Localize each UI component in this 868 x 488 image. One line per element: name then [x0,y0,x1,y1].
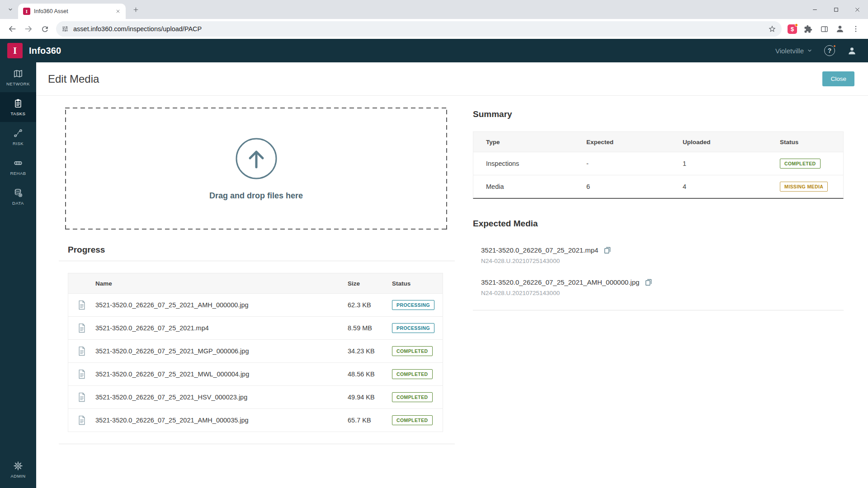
forward-button[interactable] [21,21,36,37]
refresh-button[interactable] [37,21,52,37]
file-icon [78,392,86,402]
browser-tab[interactable]: I Info360 Asset [18,4,126,19]
forward-arrow-icon [24,24,33,33]
file-size: 49.94 KB [348,394,392,401]
copy-button[interactable] [603,246,612,254]
help-button[interactable]: ? [824,45,835,56]
expected-media-item: 3521-3520.0_26226_07_25_2021.mp4 N24-028… [473,246,844,264]
dollar-glyph: $ [791,26,794,33]
main-content: Edit Media Close Drag and drop files her… [36,62,868,488]
file-icon [78,346,86,356]
file-icon [78,415,86,425]
window-minimize-button[interactable] [804,0,826,19]
page-header: Edit Media Close [36,62,868,96]
table-row: 3521-3520.0_26226_07_25_2021_AMH_000000.… [68,293,443,316]
file-name: 3521-3520.0_26226_07_25_2021_MGP_000006.… [95,347,348,355]
file-dropzone[interactable]: Drag and drop files here [65,108,447,230]
app-header: I Info360 Violetville ? [0,39,868,62]
dollar-extension-icon[interactable]: $ [788,24,797,34]
summary-uploaded: 1 [683,160,780,167]
file-name: 3521-3520.0_26226_07_25_2021_AMH_000000.… [95,301,348,309]
file-icon [78,323,86,333]
extensions-button[interactable] [800,21,816,37]
tab-search-button[interactable] [4,3,17,16]
tab-title: Info360 Asset [34,8,110,14]
file-name: 3521-3520.0_26226_07_25_2021_AMH_000035.… [95,417,348,424]
person-icon [847,46,857,56]
status-badge: PROCESSING [392,323,434,333]
sidebar-item-rehab[interactable]: REHAB [0,152,36,182]
table-row: 3521-3520.0_26226_07_25_2021_MGP_000006.… [68,339,443,362]
maximize-icon [833,7,839,13]
minimize-icon [812,7,818,13]
chevron-down-icon [8,7,13,12]
avatar-icon [835,24,845,34]
user-account-button[interactable] [847,46,857,56]
status-badge: COMPLETED [392,369,433,379]
summary-expected: 6 [586,183,683,190]
sidebar-item-risk[interactable]: RISK [0,122,36,152]
sidebar-item-admin[interactable]: ADMIN [0,455,36,484]
inspection-id: N24-028.U.20210725143000 [481,290,844,296]
refresh-icon [41,25,49,33]
browser-menu-button[interactable] [848,21,863,37]
browser-tab-strip: I Info360 Asset [0,0,868,19]
column-header-expected: Expected [586,139,683,145]
summary-expected: - [586,160,683,167]
close-button[interactable]: Close [822,71,854,86]
close-icon [854,7,860,13]
sidebar-item-network[interactable]: NETWORK [0,62,36,92]
new-tab-button[interactable] [129,3,142,16]
expected-file-name: 3521-3520.0_26226_07_25_2021.mp4 [481,246,598,254]
table-row: Inspections - 1 COMPLETED [473,152,843,175]
file-size: 65.7 KB [348,417,392,424]
url-input[interactable]: asset.info360.com/inspections/upload/PAC… [73,25,764,33]
column-header-status: Status [392,280,443,287]
progress-table-header: Name Size Status [68,273,443,293]
favicon-icon: I [23,8,30,15]
summary-type: Inspections [473,160,586,167]
file-name: 3521-3520.0_26226_07_25_2021_HSV_000023.… [95,394,348,401]
browser-profile-button[interactable] [833,22,847,36]
summary-type: Media [473,183,586,190]
risk-route-icon [13,128,23,138]
sidebar-item-label: REHAB [10,171,26,176]
dropzone-label: Drag and drop files here [209,191,303,201]
divider [473,310,844,310]
pipe-rehab-icon [13,158,23,168]
column-header-name: Name [95,280,348,287]
status-badge: PROCESSING [392,300,434,310]
sidebar-item-tasks[interactable]: TASKS [0,92,36,122]
copy-icon [603,246,612,254]
back-button[interactable] [5,21,20,37]
sidebar-item-label: RISK [13,141,24,146]
status-badge: COMPLETED [392,392,433,402]
window-close-button[interactable] [847,0,868,19]
status-badge: COMPLETED [392,415,433,425]
side-panel-button[interactable] [816,21,832,37]
window-maximize-button[interactable] [826,0,847,19]
column-header-size: Size [348,280,392,287]
bookmark-star-icon[interactable] [768,25,776,33]
copy-icon [644,278,653,286]
file-name: 3521-3520.0_26226_07_25_2021.mp4 [95,324,348,332]
column-header-status: Status [780,139,843,145]
divider [59,261,455,261]
copy-button[interactable] [644,278,653,286]
org-selector[interactable]: Violetville [775,47,812,55]
table-row: 3521-3520.0_26226_07_25_2021_HSV_000023.… [68,385,443,408]
url-bar[interactable]: asset.info360.com/inspections/upload/PAC… [56,21,782,37]
chevron-down-icon [807,48,812,53]
file-name: 3521-3520.0_26226_07_25_2021_MWL_000004.… [95,371,348,378]
question-mark: ? [828,47,832,54]
file-icon [78,300,86,310]
file-icon [78,369,86,379]
file-size: 34.23 KB [348,347,392,355]
tab-close-button[interactable] [114,7,122,15]
status-badge: COMPLETED [392,346,433,356]
close-icon [116,9,120,14]
table-row: 3521-3520.0_26226_07_25_2021_MWL_000004.… [68,362,443,385]
brand-name: Info360 [29,46,61,56]
sidebar-item-data[interactable]: DATA [0,182,36,211]
column-header-uploaded: Uploaded [683,139,780,145]
